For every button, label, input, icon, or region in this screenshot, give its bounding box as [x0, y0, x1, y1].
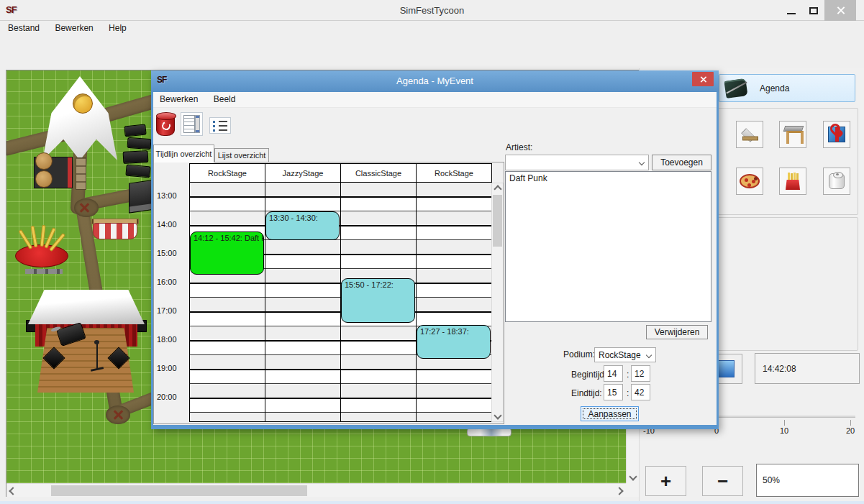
fries-tray	[25, 269, 63, 274]
time-label: 13:00	[157, 191, 187, 200]
remove-artist-button[interactable]: Verwijderen	[646, 325, 708, 339]
dialog-titlebar[interactable]: SF Agenda - MyEvent	[151, 70, 719, 92]
zoom-in-button[interactable]: +	[645, 466, 686, 496]
recycle-icon	[160, 120, 171, 131]
speaker-box	[127, 137, 152, 150]
apply-button[interactable]: Aanpassen	[581, 406, 639, 421]
fries-icon	[785, 173, 801, 190]
timeline-view-button[interactable]	[181, 112, 203, 136]
map-horizontal-scrollbar[interactable]	[6, 483, 626, 497]
schedule-grid[interactable]: 14:12 - 15:42: Daft Punk13:30 - 14:30:15…	[189, 183, 492, 422]
schedule-event[interactable]: 17:27 - 18:37:	[417, 325, 491, 359]
shop-item-toilet-paper-button[interactable]	[823, 168, 850, 195]
dialog-menu-beeld[interactable]: Beeld	[207, 92, 242, 104]
zoom-level-field[interactable]: 50%	[756, 464, 859, 497]
stage-column-header: RockStage	[417, 164, 491, 182]
shop-item-fries-button[interactable]	[779, 168, 806, 195]
slider-tick	[784, 420, 785, 426]
schedule-event[interactable]: 14:12 - 15:42: Daft Punk	[190, 232, 264, 275]
shop-item-dance-floor-button[interactable]	[736, 121, 763, 148]
add-artist-button[interactable]: Toevoegen	[652, 155, 711, 170]
begin-minute-field[interactable]: 12	[631, 365, 650, 382]
window-bottom-edge	[0, 501, 864, 504]
list-view-button[interactable]	[209, 117, 231, 134]
agenda-dialog: SF Agenda - MyEvent Bewerken Beeld Tijdl…	[151, 70, 719, 429]
minimize-button[interactable]	[781, 0, 801, 21]
shop-item-gate-button[interactable]	[779, 121, 806, 148]
end-hour-field[interactable]: 15	[604, 384, 623, 400]
burger-icon	[35, 170, 53, 188]
shop-item-gift-button[interactable]	[823, 121, 850, 148]
podium-combobox[interactable]: RockStage	[594, 347, 656, 362]
scroll-right-icon[interactable]	[614, 485, 625, 497]
stage-roof	[28, 290, 145, 324]
close-icon	[699, 75, 706, 83]
stage-column-header: JazzyStage	[265, 164, 341, 182]
menu-item-bewerken[interactable]: Bewerken	[48, 22, 99, 35]
dialog-menu-bewerken[interactable]: Bewerken	[153, 92, 204, 104]
app-toolbar	[0, 37, 864, 69]
shop-item-pizza-button[interactable]	[736, 168, 763, 195]
scroll-up-icon[interactable]	[492, 183, 504, 195]
delete-trash-icon[interactable]	[156, 114, 175, 136]
schedule-event[interactable]: 13:30 - 14:30:	[265, 211, 340, 240]
maximize-button[interactable]	[804, 0, 824, 21]
burger-icon	[35, 152, 53, 170]
artist-label: Artiest:	[506, 142, 532, 152]
app-titlebar: SF SimFestTycoon	[0, 0, 864, 21]
ticket-booth[interactable]	[93, 223, 137, 239]
scroll-down-icon[interactable]	[627, 471, 639, 482]
sidebar-item-agenda[interactable]: Agenda	[719, 74, 855, 102]
main-stage[interactable]	[26, 287, 147, 402]
podium-combobox-value: RockStage	[599, 350, 641, 360]
pizza-icon	[740, 174, 760, 188]
fry-shape	[30, 226, 37, 247]
picnic-bench[interactable]	[76, 157, 86, 190]
artist-combobox[interactable]	[505, 155, 649, 170]
minimize-icon	[787, 13, 796, 14]
artist-list-item[interactable]: Daft Punk	[506, 172, 711, 185]
chevron-down-icon	[646, 352, 652, 358]
timeline-view-icon	[183, 115, 195, 133]
scroll-corner	[626, 483, 639, 497]
schedule-event[interactable]: 15:50 - 17:22:	[341, 278, 415, 322]
end-minute-field[interactable]: 42	[631, 384, 650, 400]
schedule-scrollbar[interactable]	[491, 183, 504, 422]
column-divider	[416, 183, 417, 421]
zoom-out-button[interactable]: −	[702, 466, 743, 496]
shop-panel	[717, 108, 858, 215]
schedule-scroll-thumb[interactable]	[493, 195, 502, 247]
tab-lijst-overzicht[interactable]: Lijst overzicht	[214, 148, 269, 162]
horizontal-scroll-thumb[interactable]	[51, 485, 307, 496]
podium-label: Podium:	[563, 349, 595, 359]
tab-tijdlijn-overzicht[interactable]: Tijdlijn overzicht	[153, 145, 214, 162]
time-separator: :	[627, 388, 629, 398]
dance-floor-icon	[740, 127, 759, 142]
app-title: SimFestTycoon	[0, 5, 864, 16]
mic-stand-icon	[96, 343, 98, 369]
close-button[interactable]	[824, 0, 856, 21]
time-label: 19:00	[157, 364, 187, 372]
agenda-book-icon	[724, 78, 750, 98]
time-label: 14:00	[157, 220, 187, 229]
scroll-down-icon[interactable]	[492, 410, 504, 421]
begin-hour-field[interactable]: 14	[604, 365, 623, 382]
menu-item-help[interactable]: Help	[102, 22, 133, 35]
artist-listbox[interactable]: Daft Punk	[505, 171, 711, 322]
slider-tick	[850, 420, 851, 426]
dialog-menubar: Bewerken Beeld	[153, 92, 717, 108]
tent-logo-icon	[73, 93, 93, 114]
app-window: SF SimFestTycoon Bestand Bewerken Help	[0, 0, 864, 504]
fries-stand[interactable]	[15, 244, 68, 267]
time-label: 20:00	[157, 393, 187, 401]
maximize-icon	[809, 7, 818, 14]
list-view-icon	[213, 121, 227, 131]
menu-item-bestand[interactable]: Bestand	[1, 22, 46, 35]
dialog-close-button[interactable]	[692, 72, 714, 86]
stage-column-header: RockStage	[190, 164, 265, 182]
scroll-left-icon[interactable]	[7, 485, 19, 497]
close-icon	[836, 6, 845, 15]
slider-tick-label: 20	[846, 426, 855, 435]
info-panel	[717, 217, 858, 351]
circus-tent[interactable]	[42, 76, 117, 164]
